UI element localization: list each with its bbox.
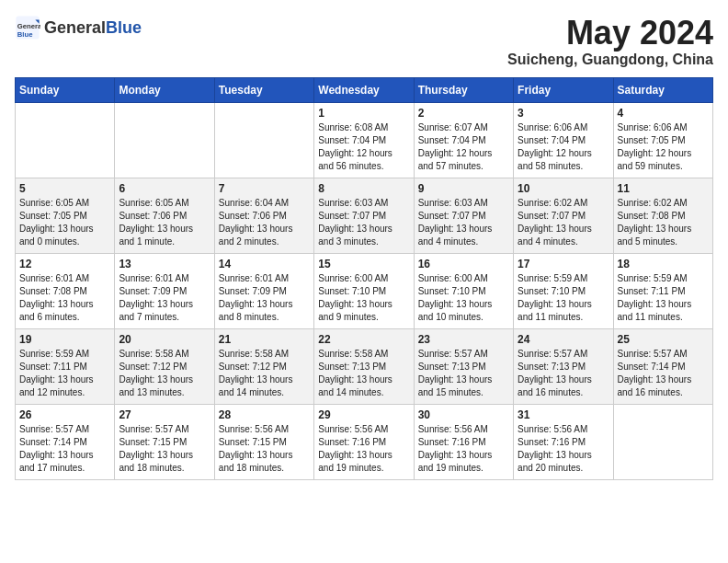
day-number: 1 <box>318 107 409 120</box>
day-info: Sunrise: 6:02 AMSunset: 7:08 PMDaylight:… <box>618 197 709 248</box>
week-row-3: 12Sunrise: 6:01 AMSunset: 7:08 PMDayligh… <box>16 253 713 328</box>
day-info: Sunrise: 6:00 AMSunset: 7:10 PMDaylight:… <box>318 272 409 324</box>
calendar-cell: 21Sunrise: 5:58 AMSunset: 7:12 PMDayligh… <box>214 328 313 404</box>
day-info: Sunrise: 5:58 AMSunset: 7:12 PMDaylight:… <box>219 348 310 399</box>
header: General Blue GeneralBlue May 2024 Suiche… <box>15 15 713 68</box>
calendar-cell: 16Sunrise: 6:00 AMSunset: 7:10 PMDayligh… <box>414 253 513 328</box>
day-number: 22 <box>318 333 409 346</box>
day-info: Sunrise: 5:59 AMSunset: 7:11 PMDaylight:… <box>618 272 709 324</box>
calendar-cell: 29Sunrise: 5:56 AMSunset: 7:16 PMDayligh… <box>314 404 414 479</box>
month-title: May 2024 <box>507 15 713 52</box>
day-info: Sunrise: 6:06 AMSunset: 7:04 PMDaylight:… <box>518 121 609 173</box>
day-info: Sunrise: 5:59 AMSunset: 7:11 PMDaylight:… <box>19 348 110 399</box>
calendar-cell: 23Sunrise: 5:57 AMSunset: 7:13 PMDayligh… <box>414 328 513 404</box>
calendar-cell: 18Sunrise: 5:59 AMSunset: 7:11 PMDayligh… <box>613 253 712 328</box>
day-number: 4 <box>618 107 709 120</box>
day-info: Sunrise: 6:07 AMSunset: 7:04 PMDaylight:… <box>418 121 509 173</box>
weekday-header-sunday: Sunday <box>16 77 115 102</box>
day-info: Sunrise: 6:02 AMSunset: 7:07 PMDaylight:… <box>518 197 609 248</box>
calendar-cell: 2Sunrise: 6:07 AMSunset: 7:04 PMDaylight… <box>414 102 513 178</box>
day-info: Sunrise: 5:57 AMSunset: 7:13 PMDaylight:… <box>418 348 509 399</box>
day-info: Sunrise: 5:58 AMSunset: 7:12 PMDaylight:… <box>119 348 210 399</box>
day-number: 21 <box>219 333 310 346</box>
calendar-cell: 28Sunrise: 5:56 AMSunset: 7:15 PMDayligh… <box>214 404 313 479</box>
calendar-cell: 31Sunrise: 5:56 AMSunset: 7:16 PMDayligh… <box>514 404 613 479</box>
calendar-cell: 9Sunrise: 6:03 AMSunset: 7:07 PMDaylight… <box>414 178 513 253</box>
day-info: Sunrise: 5:59 AMSunset: 7:10 PMDaylight:… <box>518 272 609 324</box>
day-info: Sunrise: 5:57 AMSunset: 7:14 PMDaylight:… <box>618 348 709 399</box>
day-number: 31 <box>518 408 609 421</box>
calendar-cell: 26Sunrise: 5:57 AMSunset: 7:14 PMDayligh… <box>16 404 115 479</box>
weekday-header-row: SundayMondayTuesdayWednesdayThursdayFrid… <box>16 77 713 102</box>
day-info: Sunrise: 6:03 AMSunset: 7:07 PMDaylight:… <box>318 197 409 248</box>
week-row-4: 19Sunrise: 5:59 AMSunset: 7:11 PMDayligh… <box>16 328 713 404</box>
calendar-cell <box>214 102 313 178</box>
day-number: 14 <box>219 258 310 270</box>
weekday-header-wednesday: Wednesday <box>314 77 414 102</box>
calendar-cell: 19Sunrise: 5:59 AMSunset: 7:11 PMDayligh… <box>16 328 115 404</box>
day-number: 25 <box>618 333 709 346</box>
calendar-cell: 4Sunrise: 6:06 AMSunset: 7:05 PMDaylight… <box>613 102 712 178</box>
day-number: 11 <box>618 182 709 195</box>
week-row-1: 1Sunrise: 6:08 AMSunset: 7:04 PMDaylight… <box>16 102 713 178</box>
day-number: 13 <box>119 258 210 270</box>
day-number: 24 <box>518 333 609 346</box>
calendar-table: SundayMondayTuesdayWednesdayThursdayFrid… <box>15 77 713 480</box>
calendar-cell: 10Sunrise: 6:02 AMSunset: 7:07 PMDayligh… <box>514 178 613 253</box>
calendar-cell: 14Sunrise: 6:01 AMSunset: 7:09 PMDayligh… <box>214 253 313 328</box>
logo-text-general: General <box>44 18 106 38</box>
calendar-cell <box>115 102 214 178</box>
day-number: 20 <box>119 333 210 346</box>
day-info: Sunrise: 5:56 AMSunset: 7:16 PMDaylight:… <box>418 423 509 475</box>
week-row-5: 26Sunrise: 5:57 AMSunset: 7:14 PMDayligh… <box>16 404 713 479</box>
day-number: 9 <box>418 182 509 195</box>
calendar-cell: 15Sunrise: 6:00 AMSunset: 7:10 PMDayligh… <box>314 253 414 328</box>
day-info: Sunrise: 6:06 AMSunset: 7:05 PMDaylight:… <box>618 121 709 173</box>
title-area: May 2024 Suicheng, Guangdong, China <box>507 15 713 68</box>
day-number: 27 <box>119 408 210 421</box>
svg-text:Blue: Blue <box>17 30 33 39</box>
day-number: 26 <box>19 408 110 421</box>
calendar-cell: 1Sunrise: 6:08 AMSunset: 7:04 PMDaylight… <box>314 102 414 178</box>
calendar-cell: 12Sunrise: 6:01 AMSunset: 7:08 PMDayligh… <box>16 253 115 328</box>
calendar-cell: 13Sunrise: 6:01 AMSunset: 7:09 PMDayligh… <box>115 253 214 328</box>
day-info: Sunrise: 5:56 AMSunset: 7:15 PMDaylight:… <box>219 423 310 475</box>
day-info: Sunrise: 5:56 AMSunset: 7:16 PMDaylight:… <box>318 423 409 475</box>
weekday-header-saturday: Saturday <box>613 77 712 102</box>
day-info: Sunrise: 6:03 AMSunset: 7:07 PMDaylight:… <box>418 197 509 248</box>
logo-icon: General Blue <box>15 15 40 40</box>
logo: General Blue GeneralBlue <box>15 15 142 40</box>
calendar-cell: 17Sunrise: 5:59 AMSunset: 7:10 PMDayligh… <box>514 253 613 328</box>
calendar-cell: 5Sunrise: 6:05 AMSunset: 7:05 PMDaylight… <box>16 178 115 253</box>
day-number: 7 <box>219 182 310 195</box>
calendar-cell: 8Sunrise: 6:03 AMSunset: 7:07 PMDaylight… <box>314 178 414 253</box>
calendar-cell <box>613 404 712 479</box>
calendar-cell: 30Sunrise: 5:56 AMSunset: 7:16 PMDayligh… <box>414 404 513 479</box>
calendar-cell: 25Sunrise: 5:57 AMSunset: 7:14 PMDayligh… <box>613 328 712 404</box>
calendar-cell: 11Sunrise: 6:02 AMSunset: 7:08 PMDayligh… <box>613 178 712 253</box>
calendar-cell: 22Sunrise: 5:58 AMSunset: 7:13 PMDayligh… <box>314 328 414 404</box>
day-info: Sunrise: 5:57 AMSunset: 7:15 PMDaylight:… <box>119 423 210 475</box>
day-info: Sunrise: 6:08 AMSunset: 7:04 PMDaylight:… <box>318 121 409 173</box>
day-info: Sunrise: 6:01 AMSunset: 7:08 PMDaylight:… <box>19 272 110 324</box>
logo-text-blue: Blue <box>106 18 142 38</box>
calendar-cell: 20Sunrise: 5:58 AMSunset: 7:12 PMDayligh… <box>115 328 214 404</box>
svg-text:General: General <box>17 22 40 30</box>
day-info: Sunrise: 5:57 AMSunset: 7:14 PMDaylight:… <box>19 423 110 475</box>
day-number: 5 <box>19 182 110 195</box>
day-info: Sunrise: 5:58 AMSunset: 7:13 PMDaylight:… <box>318 348 409 399</box>
day-info: Sunrise: 6:05 AMSunset: 7:06 PMDaylight:… <box>119 197 210 248</box>
day-number: 12 <box>19 258 110 270</box>
calendar-cell: 27Sunrise: 5:57 AMSunset: 7:15 PMDayligh… <box>115 404 214 479</box>
day-info: Sunrise: 6:01 AMSunset: 7:09 PMDaylight:… <box>219 272 310 324</box>
day-number: 23 <box>418 333 509 346</box>
day-number: 6 <box>119 182 210 195</box>
day-info: Sunrise: 6:01 AMSunset: 7:09 PMDaylight:… <box>119 272 210 324</box>
day-info: Sunrise: 5:57 AMSunset: 7:13 PMDaylight:… <box>518 348 609 399</box>
day-number: 30 <box>418 408 509 421</box>
calendar-cell <box>16 102 115 178</box>
day-number: 19 <box>19 333 110 346</box>
calendar-cell: 6Sunrise: 6:05 AMSunset: 7:06 PMDaylight… <box>115 178 214 253</box>
calendar-cell: 7Sunrise: 6:04 AMSunset: 7:06 PMDaylight… <box>214 178 313 253</box>
day-number: 3 <box>518 107 609 120</box>
